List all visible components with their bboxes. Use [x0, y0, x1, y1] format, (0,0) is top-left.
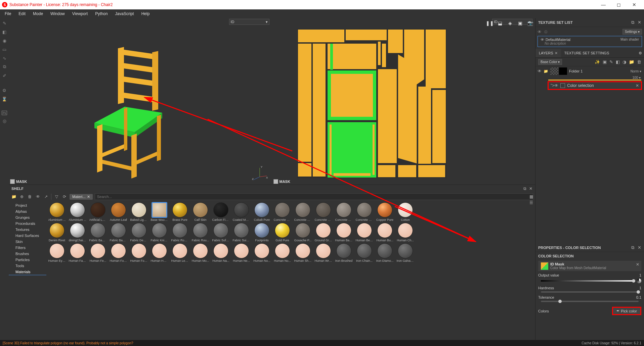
menu-mode[interactable]: Mode	[30, 10, 46, 17]
add-folder-icon[interactable]: 📁	[629, 59, 634, 64]
add-icon[interactable]: ⊕	[19, 194, 25, 200]
output-invert-icon[interactable]	[637, 279, 641, 283]
shelf-popup-icon[interactable]: ⧉	[523, 186, 526, 191]
shelf-category[interactable]: Brushes	[9, 251, 46, 257]
material-item[interactable]: Baked Light...	[130, 202, 148, 221]
refresh-icon[interactable]: ⟳	[61, 194, 68, 200]
list-view-icon[interactable]: ☰	[529, 200, 533, 205]
menu-window[interactable]: Window	[47, 10, 68, 17]
props-close-icon[interactable]: ✕	[638, 245, 641, 250]
shelf-category[interactable]: Textures	[9, 227, 46, 233]
material-item[interactable]: Cobalt Pure	[253, 202, 271, 221]
material-item[interactable]: Artificial Lea...	[89, 202, 107, 221]
material-item[interactable]: Aluminium ...	[48, 202, 66, 221]
material-item[interactable]: Iron Chain...	[355, 243, 374, 262]
cs-visibility-icon[interactable]: ">👁	[551, 83, 558, 88]
eraser-tool-icon[interactable]: ◧	[1, 29, 7, 35]
material-item[interactable]: Human Bac...	[335, 223, 353, 242]
minimize-button[interactable]: —	[596, 0, 611, 9]
tsl-popup-icon[interactable]: ⧉	[631, 20, 634, 25]
menu-javascript[interactable]: JavaScript	[112, 10, 137, 17]
magic-wand-icon[interactable]: ✨	[595, 59, 600, 64]
texture-set-item[interactable]: 👁DefaultMaterial No description Main sha…	[538, 36, 642, 47]
picker-tool-icon[interactable]: ✐	[1, 72, 7, 79]
channel-dropdown[interactable]: Base Color ▾	[538, 59, 562, 65]
material-item[interactable]: Concrete B...	[273, 202, 292, 221]
sand-icon[interactable]: ⌛	[1, 96, 7, 102]
material-item[interactable]: Human Eye...	[48, 243, 66, 262]
material-item[interactable]: Fabric Soft ...	[212, 223, 230, 242]
tsl-close-icon[interactable]: ✕	[638, 20, 641, 25]
material-item[interactable]: Fabric Suit ...	[232, 223, 251, 242]
material-item[interactable]: Concrete Si...	[335, 202, 353, 221]
material-item[interactable]: Footprints	[253, 223, 271, 242]
material-item[interactable]: Human For...	[109, 243, 128, 262]
hide-icon[interactable]: 👁	[35, 194, 41, 200]
material-item[interactable]: Human Bell...	[355, 223, 374, 242]
tsl-settings-dropdown[interactable]: Settings ▾	[622, 29, 642, 35]
delete-icon[interactable]: 🗑	[27, 194, 33, 200]
material-item[interactable]: Coated Metal	[232, 202, 251, 221]
menu-viewport[interactable]: Viewport	[69, 10, 91, 17]
shelf-category[interactable]: Alphas	[9, 208, 46, 214]
shelf-category[interactable]: Grunges	[9, 214, 46, 220]
material-item[interactable]: Concrete S...	[355, 202, 374, 221]
pick-color-button[interactable]: ✒Pick color	[612, 307, 641, 315]
material-item[interactable]: Human Hei...	[150, 243, 169, 262]
shelf-category[interactable]: Procedurals	[9, 220, 46, 227]
close-button[interactable]: ✕	[627, 0, 642, 9]
pause-icon[interactable]: ❚❚	[487, 20, 493, 26]
material-item[interactable]: Calf Skin	[191, 202, 210, 221]
shelf-category[interactable]: Project	[9, 202, 46, 208]
smudge-tool-icon[interactable]: ∿	[1, 55, 7, 61]
shelf-tab-close-icon[interactable]: ✕	[87, 195, 90, 199]
material-item[interactable]: Brass Pure	[171, 202, 189, 221]
material-item[interactable]: Human Mo...	[191, 243, 210, 262]
eye-icon[interactable]: 👁	[538, 30, 542, 34]
material-item[interactable]: Concrete Cl...	[294, 202, 312, 221]
shelf-category[interactable]: Hard Surfaces	[9, 233, 46, 239]
material-item[interactable]: Fabric Knitt...	[150, 223, 169, 242]
material-item[interactable]: Human No...	[253, 243, 271, 262]
material-item[interactable]: Gold Pure	[273, 223, 292, 242]
cube-icon[interactable]: ◈	[507, 20, 513, 26]
folder-layer[interactable]: 👁 📁 Folder 1 Norm ▾	[535, 66, 643, 76]
material-item[interactable]: Human Fac...	[68, 243, 87, 262]
material-item[interactable]: Concrete D...	[314, 202, 333, 221]
idmask-close-icon[interactable]: ✕	[636, 262, 639, 267]
split-icon[interactable]: ⬓	[497, 20, 503, 26]
eye-off-icon[interactable]: ⦾	[544, 30, 548, 34]
material-item[interactable]: Human No...	[273, 243, 292, 262]
material-item[interactable]: Human Wri...	[314, 243, 333, 262]
material-item[interactable]: Human Shi...	[294, 243, 312, 262]
material-item[interactable]: Fabric Bam...	[89, 223, 107, 242]
shelf-category[interactable]: Materials	[9, 269, 46, 275]
shelf-category[interactable]: Skin	[9, 239, 46, 245]
shelf-category[interactable]: Particles	[9, 257, 46, 263]
menu-edit[interactable]: Edit	[15, 10, 29, 17]
color-selection-layer[interactable]: ">👁 Color selection ✕	[548, 81, 642, 90]
photo-icon[interactable]: 📷	[527, 20, 533, 26]
fill-tool-icon[interactable]: ▭	[1, 46, 7, 52]
add-layer-icon[interactable]: ▣	[603, 59, 607, 64]
layers-tab-close-icon[interactable]: ✕	[555, 51, 558, 55]
cs-delete-icon[interactable]: ✕	[636, 83, 639, 88]
ring-icon[interactable]: ◎	[1, 118, 7, 124]
brush-tool-icon[interactable]: ✎	[1, 20, 7, 26]
shelf-close-icon[interactable]: ✕	[529, 186, 532, 191]
menu-python[interactable]: Python	[92, 10, 111, 17]
layer-opacity[interactable]: 100	[633, 76, 638, 80]
material-item[interactable]: Carbon Fiber	[212, 202, 230, 221]
projection-tool-icon[interactable]: ◉	[1, 38, 7, 44]
idmask-box[interactable]: ID Mask Color Map from Mesh DefaultMater…	[538, 261, 641, 271]
output-slider[interactable]	[541, 280, 634, 282]
material-item[interactable]: Fabric Rough	[171, 223, 189, 242]
menu-file[interactable]: File	[1, 10, 14, 17]
shelf-category[interactable]: Filters	[9, 245, 46, 251]
material-item[interactable]: Iron Brushed	[335, 243, 353, 262]
camera-icon[interactable]: ▣	[517, 20, 523, 26]
material-item[interactable]: Human Fe...	[89, 243, 107, 262]
material-item[interactable]: Base Wood...	[150, 202, 169, 221]
add-mask-icon[interactable]: ◧	[616, 59, 620, 64]
delete-layer-icon[interactable]: 🗑	[637, 59, 641, 64]
